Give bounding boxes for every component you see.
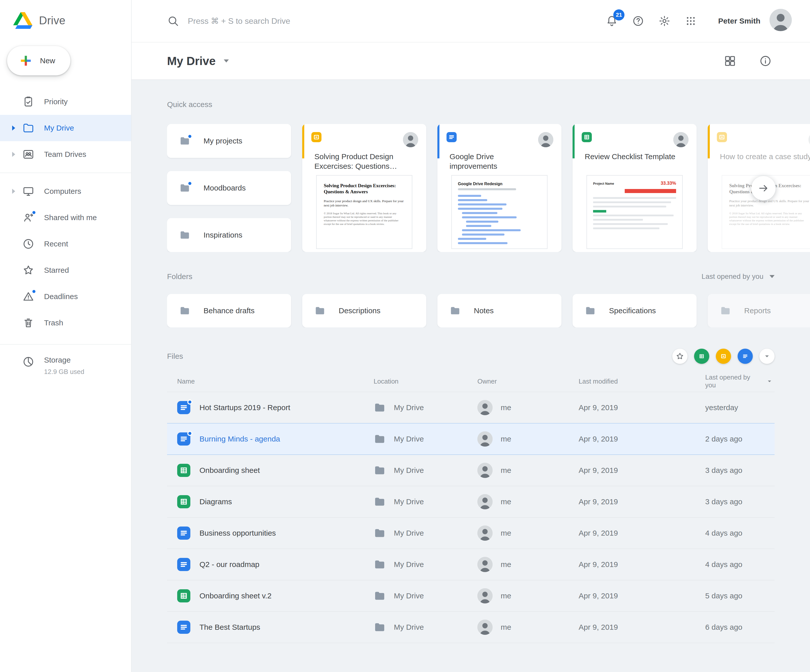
- column-header-name[interactable]: Name: [177, 377, 374, 385]
- folders-section: Folders Last opened by you Behance draft…: [167, 272, 810, 327]
- preview-progress-bar: [625, 189, 676, 193]
- column-header-location[interactable]: Location: [374, 377, 478, 385]
- file-name: Onboarding sheet v.2: [199, 591, 272, 600]
- recent-icon: [22, 238, 34, 250]
- sidebar-divider: [0, 173, 131, 173]
- column-header-label: Location: [374, 377, 398, 385]
- filter-expand-button[interactable]: [759, 349, 775, 364]
- quick-access-folder-my-projects[interactable]: My projects: [167, 124, 291, 158]
- file-owner-cell: me: [478, 588, 579, 603]
- sidebar-item-storage[interactable]: Storage 12.9 GB used: [0, 344, 131, 376]
- file-row-the-best-startups[interactable]: The Best StartupsMy DrivemeApr 9, 20196 …: [167, 612, 775, 643]
- file-name-cell: Q2 - our roadmap: [177, 558, 374, 571]
- folder-icon: [720, 305, 731, 316]
- sidebar-item-shared-with-me[interactable]: Shared with me: [0, 204, 131, 231]
- file-owner: me: [501, 591, 511, 600]
- file-row-onboarding-sheet-v-2[interactable]: Onboarding sheet v.2My DrivemeApr 9, 201…: [167, 580, 775, 612]
- folders-sort-dropdown[interactable]: Last opened by you: [702, 273, 775, 281]
- docs-file-icon: [177, 621, 191, 634]
- files-section: Files NameLocationOwnerLast modifiedLast…: [167, 349, 810, 643]
- file-row-diagrams[interactable]: DiagramsMy DrivemeApr 9, 20193 days ago: [167, 486, 775, 518]
- file-row-q2-our-roadmap[interactable]: Q2 - our roadmapMy DrivemeApr 9, 20194 d…: [167, 549, 775, 580]
- quick-access-folder-inspirations[interactable]: Inspirations: [167, 218, 291, 252]
- folder-card-label: Specifications: [609, 307, 656, 315]
- filter-docs-button[interactable]: [737, 349, 753, 364]
- file-location-cell: My Drive: [374, 496, 478, 508]
- file-row-hot-startups-2019-report[interactable]: Hot Startups 2019 - ReportMy DrivemeApr …: [167, 392, 775, 424]
- file-modified-cell: Apr 9, 2019: [579, 403, 705, 412]
- folder-card-notes[interactable]: Notes: [437, 294, 562, 327]
- drive-logo[interactable]: Drive: [0, 0, 131, 38]
- sidebar-item-label: Trash: [44, 318, 63, 327]
- folder-card-label: Reports: [744, 307, 771, 315]
- search-bar[interactable]: [167, 15, 601, 27]
- new-button[interactable]: New: [7, 46, 70, 76]
- user-menu[interactable]: Peter Smith: [718, 9, 792, 33]
- filter-starred-button[interactable]: [672, 349, 687, 364]
- file-row-onboarding-sheet[interactable]: Onboarding sheetMy DrivemeApr 9, 20193 d…: [167, 455, 775, 486]
- sheets-file-icon: [177, 589, 191, 603]
- accent-bar: [572, 124, 575, 158]
- expand-arrow-icon[interactable]: [12, 126, 15, 131]
- page-title-dropdown[interactable]: My Drive: [167, 54, 229, 68]
- settings-button[interactable]: [653, 10, 676, 32]
- preview-row-line: [593, 214, 673, 216]
- folder-card-specifications[interactable]: Specifications: [572, 294, 697, 327]
- file-owner-cell: me: [478, 525, 579, 541]
- column-header-owner[interactable]: Owner: [478, 377, 579, 385]
- file-owner-cell: me: [478, 494, 579, 509]
- sidebar-item-my-drive[interactable]: My Drive: [0, 115, 131, 141]
- info-button[interactable]: [754, 50, 776, 72]
- owner-avatar: [673, 132, 688, 147]
- file-owner: me: [501, 435, 511, 443]
- quick-access-file-solving-product-design-excercises-questions[interactable]: Solving Product Design Excercises: Quest…: [302, 124, 426, 252]
- sidebar-item-recent[interactable]: Recent: [0, 231, 131, 257]
- apps-grid-button[interactable]: [680, 10, 702, 32]
- search-input[interactable]: [188, 17, 405, 26]
- slides-file-icon: [717, 132, 727, 142]
- column-header-last-modified[interactable]: Last modified: [579, 377, 705, 385]
- notifications-button[interactable]: 21: [601, 10, 623, 32]
- sidebar-item-team-drives[interactable]: Team Drives: [0, 141, 131, 167]
- file-location-cell: My Drive: [374, 621, 478, 633]
- preview-link-line: [462, 234, 505, 236]
- folder-card-behance-drafts[interactable]: Behance drafts: [167, 294, 291, 327]
- preview-link-line: [458, 204, 506, 205]
- folder-icon: [374, 464, 386, 477]
- help-button[interactable]: [627, 10, 649, 32]
- file-row-burning-minds-agenda[interactable]: Burning Minds - agendaMy DrivemeApr 9, 2…: [167, 423, 775, 455]
- quick-access-file-google-drive-improvements[interactable]: Google Drive improvementsGoogle Drive Re…: [437, 124, 562, 252]
- file-modified-date: Apr 9, 2019: [579, 466, 618, 475]
- file-opened-date: 5 days ago: [705, 591, 742, 600]
- files-table: NameLocationOwnerLast modifiedLast opene…: [167, 371, 775, 643]
- sidebar-item-priority[interactable]: Priority: [0, 89, 131, 115]
- scroll-right-button[interactable]: [751, 176, 776, 200]
- expand-arrow-icon[interactable]: [12, 189, 15, 194]
- preview-row-line: [593, 206, 666, 207]
- preview-link-line: [458, 195, 481, 197]
- sidebar-item-trash[interactable]: Trash: [0, 310, 131, 336]
- docs-file-icon: [177, 558, 191, 571]
- folder-card-descriptions[interactable]: Descriptions: [302, 294, 426, 327]
- file-opened-cell: 4 days ago: [705, 529, 775, 537]
- file-location: My Drive: [394, 560, 424, 569]
- quick-access-file-review-checklist-template[interactable]: Review Checklist TemplateProject Name33.…: [572, 124, 697, 252]
- unread-dot: [187, 181, 192, 186]
- expand-arrow-icon[interactable]: [12, 152, 15, 157]
- filter-slides-button[interactable]: [716, 349, 731, 364]
- folder-card-reports[interactable]: Reports: [708, 294, 810, 327]
- user-name: Peter Smith: [718, 17, 760, 25]
- preview-link-line: [458, 238, 486, 240]
- arrow-right-icon: [758, 182, 770, 194]
- sidebar-item-starred[interactable]: Starred: [0, 257, 131, 283]
- file-opened-date: 3 days ago: [705, 497, 742, 506]
- sidebar-item-computers[interactable]: Computers: [0, 178, 131, 204]
- sidebar-item-deadlines[interactable]: Deadlines: [0, 283, 131, 310]
- column-header-last-opened-by-you[interactable]: Last opened by you: [705, 374, 775, 389]
- file-row-business-opportunities[interactable]: Business opportunitiesMy DrivemeApr 9, 2…: [167, 518, 775, 549]
- quick-access-folder-moodboards[interactable]: Moodboards: [167, 171, 291, 205]
- grid-view-button[interactable]: [719, 50, 741, 72]
- view-actions: [719, 50, 776, 72]
- filter-sheets-button[interactable]: [694, 349, 709, 364]
- folder-icon: [374, 496, 386, 508]
